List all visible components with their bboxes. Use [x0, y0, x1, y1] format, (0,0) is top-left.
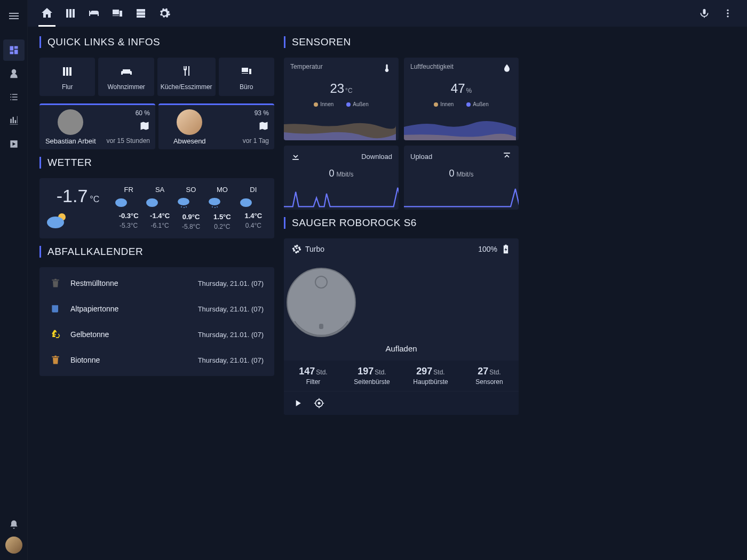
quick-links-grid: Flur Wohnzimmer Küche/Esszimmer Büro — [39, 58, 274, 96]
sensor-card-upload[interactable]: Upload 0Mbit/s — [404, 146, 519, 210]
section-title-quick: QUICK LINKS & INFOS — [39, 36, 274, 48]
svg-point-12 — [212, 206, 213, 207]
nav-person[interactable] — [3, 63, 25, 84]
section-title-wetter: WETTER — [39, 157, 274, 169]
tab-home[interactable] — [35, 0, 59, 27]
waste-row[interactable]: Gelbetonne Thursday, 21.01. (07) — [39, 322, 274, 347]
thermometer-icon — [382, 63, 392, 74]
svg-point-10 — [186, 206, 187, 207]
svg-point-5 — [115, 198, 127, 207]
tab-devices[interactable] — [106, 0, 129, 27]
waste-row[interactable]: Altpapiertonne Thursday, 21.01. (07) — [39, 296, 274, 322]
weather-now-icon — [46, 211, 110, 231]
download-icon — [290, 151, 301, 162]
person-photo — [58, 109, 83, 135]
top-tab-bar — [28, 0, 747, 27]
nav-charts[interactable] — [3, 110, 25, 131]
vacuum-battery: 100% — [478, 244, 511, 254]
svg-point-11 — [209, 198, 220, 205]
vacuum-mode[interactable]: Turbo — [291, 244, 324, 254]
quick-link-wohnzimmer[interactable]: Wohnzimmer — [98, 58, 154, 96]
newspaper-icon — [50, 303, 61, 314]
svg-point-0 — [727, 10, 728, 11]
waste-row[interactable]: Restmülltonne Thursday, 21.01. (07) — [39, 270, 274, 296]
vacuum-illustration — [284, 265, 359, 340]
section-title-sensoren: SENSOREN — [284, 36, 519, 48]
tab-doors[interactable] — [59, 0, 82, 27]
tab-server[interactable] — [129, 0, 153, 27]
humidity-chart — [404, 114, 516, 140]
svg-rect-19 — [319, 324, 323, 329]
vacuum-start-button[interactable] — [292, 398, 303, 409]
temp-chart — [284, 114, 396, 140]
person-card-1[interactable]: 93 % Abwesend vor 1 Tag — [158, 103, 274, 149]
trash-icon — [50, 278, 61, 289]
svg-point-7 — [178, 198, 189, 205]
vacuum-stats: 147Std.Filter 197Std.Seitenbürste 297Std… — [284, 361, 519, 391]
svg-point-6 — [146, 198, 158, 207]
map-icon — [218, 121, 269, 135]
nav-dashboard[interactable] — [3, 39, 25, 61]
door-icon — [61, 65, 74, 78]
tab-bed[interactable] — [82, 0, 106, 27]
svg-point-8 — [181, 206, 182, 207]
section-title-abfall: ABFALLKALENDER — [39, 246, 274, 258]
section-title-sauger: SAUGER ROBOROCK S6 — [284, 217, 519, 229]
sofa-icon — [120, 65, 133, 78]
waste-list: Restmülltonne Thursday, 21.01. (07) Altp… — [39, 267, 274, 376]
quick-link-kueche[interactable]: Küche/Esszimmer — [157, 58, 216, 96]
svg-point-15 — [240, 198, 252, 207]
person-card-0[interactable]: 60 % Sebastian Arbeit vor 15 Stunden — [39, 103, 155, 149]
person-photo — [177, 109, 202, 135]
download-chart — [284, 183, 399, 210]
svg-point-13 — [214, 207, 216, 208]
vacuum-card: Turbo 100% Aufladen — [284, 238, 519, 415]
svg-point-14 — [217, 206, 218, 207]
upload-chart — [404, 183, 519, 210]
voice-button[interactable] — [693, 0, 716, 27]
humidity-icon — [502, 63, 512, 74]
kitchen-icon — [180, 65, 193, 78]
user-avatar[interactable] — [5, 537, 22, 554]
more-button[interactable] — [716, 0, 740, 27]
menu-button[interactable] — [3, 5, 25, 27]
nav-list[interactable] — [3, 86, 25, 108]
bio-trash-icon — [50, 355, 61, 365]
quick-link-flur[interactable]: Flur — [39, 58, 95, 96]
fan-icon — [291, 244, 302, 254]
svg-point-2 — [727, 15, 728, 17]
forecast-grid: FR-0.3°C-5.3°C SA-1.4°C-6.1°C SO0.9°C-5.… — [114, 186, 268, 230]
sensor-card-temp[interactable]: Temperatur 23°C InnenAußen — [284, 58, 399, 140]
svg-point-9 — [184, 207, 185, 208]
sensor-card-humidity[interactable]: Luftfeuchtigkeit 47% InnenAußen — [404, 58, 519, 140]
quick-link-buero[interactable]: Büro — [219, 58, 274, 96]
tab-settings[interactable] — [153, 0, 176, 27]
svg-point-4 — [47, 217, 64, 228]
recycle-icon — [50, 329, 61, 340]
notifications-button[interactable] — [3, 514, 25, 535]
upload-icon — [502, 151, 512, 162]
weather-card[interactable]: -1.7°C FR-0.3°C-5.3°C SA-1.4°C-6.1°C SO0… — [39, 178, 274, 238]
office-icon — [240, 65, 253, 78]
vacuum-locate-button[interactable] — [314, 398, 324, 409]
map-icon — [99, 121, 150, 135]
waste-row[interactable]: Biotonne Thursday, 21.01. (07) — [39, 347, 274, 373]
nav-media[interactable] — [3, 133, 25, 155]
sidebar — [0, 0, 28, 560]
battery-charging-icon — [500, 244, 511, 254]
svg-point-1 — [727, 12, 728, 14]
svg-point-20 — [318, 402, 321, 405]
sensor-card-download[interactable]: Download 0Mbit/s — [284, 146, 399, 210]
